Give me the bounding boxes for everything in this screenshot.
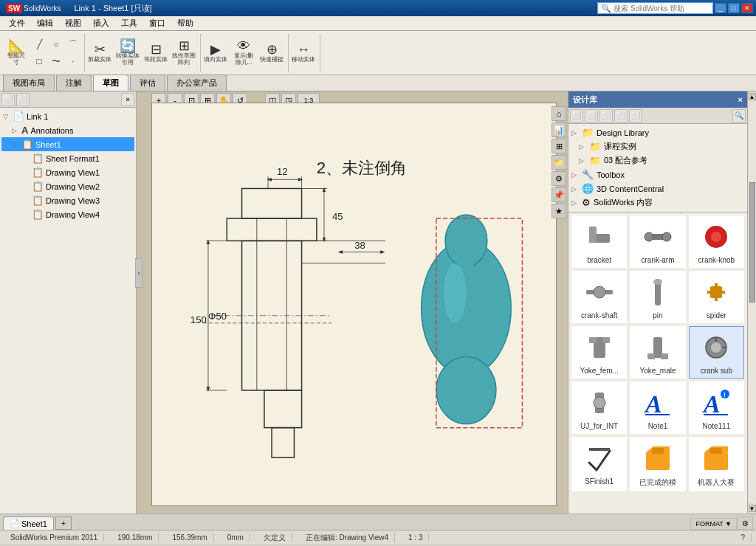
menu-window[interactable]: 窗口 (143, 16, 171, 30)
drawing-btn-home[interactable]: ⌂ (551, 106, 566, 121)
spline-button[interactable]: 〜 (48, 53, 64, 69)
drawing-btn-star[interactable]: ★ (551, 204, 566, 218)
drawing-btn-tools[interactable]: ⚙ (551, 171, 566, 186)
tree-item-dv3[interactable]: 📋 Drawing View3 (1, 193, 134, 207)
rp-btn-3[interactable]: ⬜ (599, 109, 613, 122)
help-btn[interactable]: ? (735, 533, 752, 542)
drawing-btn-graph[interactable]: 📊 (551, 122, 566, 137)
move-button[interactable]: ↔ 移动实体 (290, 36, 317, 70)
grid-item-bracket[interactable]: bracket (571, 215, 627, 268)
rtree-item-assembly[interactable]: ▷ 📁 03 配合参考 (570, 153, 746, 167)
scroll-track[interactable] (749, 102, 756, 503)
drawing-btn-pin[interactable]: 📌 (551, 187, 566, 202)
sheet1-tab[interactable]: 📄 Sheet1 (3, 516, 54, 530)
drawing-btn-table[interactable]: ⊞ (551, 139, 566, 153)
grid-item-spider[interactable]: spider (689, 271, 744, 323)
offset-button[interactable]: ⊟ 等距实体 (142, 36, 169, 70)
circle-button[interactable]: ○ (48, 36, 64, 52)
capture-button[interactable]: ⊕ 快速捕捉 (258, 36, 285, 70)
expand-3dcontent[interactable]: ▷ (571, 185, 579, 193)
tree-item-dv2[interactable]: 📋 Drawing View2 (1, 179, 134, 193)
rp-btn-1[interactable]: ⬜ (570, 109, 583, 122)
smart-dim-button[interactable]: 📐 智能尺寸 (3, 36, 30, 70)
drawing-canvas[interactable]: 2、未注倒角 1 (151, 103, 557, 506)
mirror-button[interactable]: ⊞ 线性草图阵列 (171, 36, 197, 70)
menu-help[interactable]: 帮助 (171, 16, 199, 30)
expand-assembly[interactable]: ▷ (579, 157, 586, 165)
convert-button[interactable]: 🔄 转换实体引用 (114, 36, 141, 70)
tab-office[interactable]: 办公室产品 (167, 75, 227, 91)
grid-item-yoke-male[interactable]: Yoke_male (630, 326, 685, 379)
cut-button[interactable]: ✂ 剪裁实体 (86, 36, 113, 70)
search-input[interactable] (614, 4, 709, 13)
scroll-thumb[interactable] (749, 182, 755, 303)
show-hide-button[interactable]: 👁 显示/删除几... (230, 36, 257, 70)
expand-annotations[interactable]: ▷ (12, 127, 19, 134)
scroll-down-arrow[interactable]: ▼ (749, 505, 756, 512)
drawing-btn-folder[interactable]: 📁 (551, 155, 566, 170)
tree-item-annotations[interactable]: ▷ A Annotations (1, 123, 134, 137)
menu-insert[interactable]: 插入 (87, 16, 115, 30)
grid-item-yoke-fem[interactable]: Yoke_fem... (571, 326, 627, 379)
grid-item-sfinish[interactable]: SFinish1 (571, 437, 627, 491)
rtree-item-course[interactable]: ▷ 📁 课程实例 (570, 139, 746, 153)
grid-item-crank-arm[interactable]: crank-arm (630, 215, 685, 268)
add-sheet-button[interactable]: + (55, 516, 72, 530)
rtree-item-3dcontent[interactable]: ▷ 🌐 3D ContentCentral (570, 182, 746, 196)
tab-annotation[interactable]: 注解 (56, 75, 92, 91)
rect-button[interactable]: □ (31, 53, 47, 69)
panel-btn-1[interactable]: ⬜ (1, 93, 15, 106)
grid-item-completed[interactable]: 已完成的模 (630, 437, 685, 491)
expand-course[interactable]: ▷ (579, 143, 586, 151)
tab-view-layout[interactable]: 视图布局 (3, 75, 55, 91)
rp-btn-4[interactable]: ⬜ (614, 109, 628, 122)
rp-search-btn[interactable]: 🔍 (732, 109, 746, 122)
arc-button[interactable]: ⌒ (65, 36, 81, 52)
tree-item-dv1[interactable]: 📋 Drawing View1 (1, 165, 134, 179)
tab-evaluate[interactable]: 评估 (130, 75, 165, 91)
format-selector[interactable]: FORMAT ▼ (690, 518, 737, 530)
format-settings-button[interactable]: ⚙ (737, 516, 753, 530)
grid-item-crank-knob[interactable]: crank-knob (689, 215, 744, 268)
expand-sheet1[interactable]: ▽ (12, 141, 19, 148)
scroll-up-arrow[interactable]: ▲ (749, 93, 756, 100)
close-button[interactable]: ✕ (741, 3, 753, 13)
rp-btn-2[interactable]: ⬜ (585, 109, 598, 122)
tab-sketch[interactable]: 草图 (93, 75, 128, 91)
panel-btn-2[interactable]: ⬜ (16, 93, 30, 106)
rtree-item-sw-content[interactable]: ▷ ⚙ SolidWorks 内容 (570, 196, 746, 210)
collapse-panel-button[interactable]: ‹ (135, 258, 142, 288)
grid-item-pin[interactable]: pin (630, 271, 685, 323)
grid-item-crank-shaft[interactable]: crank-shaft (571, 271, 627, 323)
tree-item-link1[interactable]: ▽ 📄 Link 1 (1, 109, 134, 123)
tree-item-dv4[interactable]: 📋 Drawing View4 (1, 207, 134, 221)
search-bar[interactable]: 🔍 (597, 2, 713, 14)
expand-link1[interactable]: ▽ (3, 113, 10, 120)
menu-edit[interactable]: 编辑 (31, 16, 59, 30)
grid-item-note1[interactable]: A Note1 (630, 381, 685, 434)
drawing-area[interactable]: + - ⊡ ⊞ ✋ ↺ ◫ ◳ 1:3 (137, 91, 568, 514)
right-scrollbar[interactable]: ▲ ▼ (747, 91, 756, 514)
minimize-button[interactable]: _ (715, 3, 726, 13)
right-panel-close[interactable]: × (738, 95, 743, 104)
point-button[interactable]: · (65, 53, 81, 69)
grid-item-crank-sub[interactable]: crank sub (689, 326, 744, 379)
rtree-item-toolbox[interactable]: ▷ 🔧 Toolbox (570, 167, 746, 182)
grid-item-note111[interactable]: A ! Note111 (689, 381, 744, 434)
menu-view[interactable]: 视图 (59, 16, 87, 30)
expand-design-library[interactable]: ▷ (571, 129, 579, 136)
restore-button[interactable]: □ (728, 3, 740, 13)
tree-item-sheet-format[interactable]: 📋 Sheet Format1 (1, 151, 134, 165)
grid-item-uj[interactable]: UJ_for_INT (571, 381, 627, 434)
fill-button[interactable]: ▶ 填向实体 (202, 36, 229, 70)
panel-expand-btn[interactable]: » (121, 93, 134, 106)
rp-btn-5[interactable]: ⬜ (629, 109, 642, 122)
menu-file[interactable]: 文件 (3, 16, 31, 30)
expand-sw-content[interactable]: ▷ (571, 199, 579, 207)
grid-item-robot[interactable]: 机器人大赛 (689, 437, 744, 491)
tree-item-sheet1[interactable]: ▽ 📋 Sheet1 (1, 137, 134, 151)
line-button[interactable]: ╱ (31, 36, 47, 52)
menu-tools[interactable]: 工具 (115, 16, 143, 30)
rtree-item-design-library[interactable]: ▷ 📁 Design Library (570, 125, 746, 139)
expand-toolbox[interactable]: ▷ (571, 171, 579, 179)
